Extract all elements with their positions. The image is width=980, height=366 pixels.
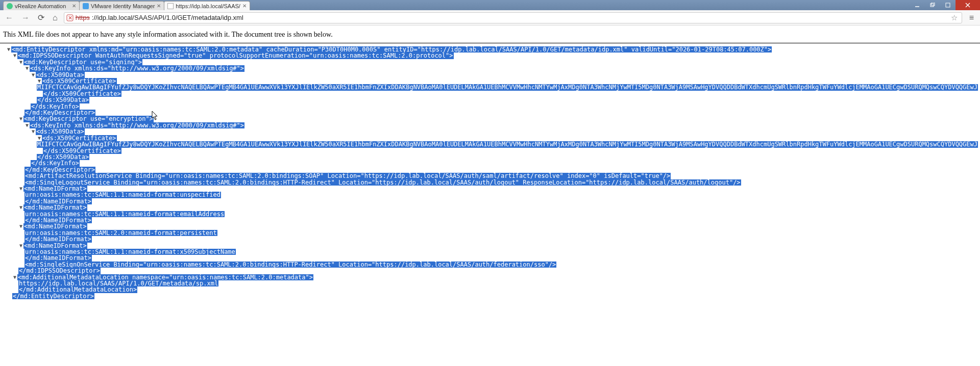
- xml-node[interactable]: <md:IDPSSODescriptor WantAuthnRequestsSi…: [17, 53, 454, 59]
- divider: [0, 43, 980, 43]
- svg-text:✕: ✕: [67, 15, 72, 21]
- window-titlebar: vRealize Automation ✕ VMware Identity Ma…: [0, 0, 980, 10]
- fold-toggle-icon[interactable]: ▼: [18, 243, 23, 249]
- svg-rect-2: [932, 3, 935, 6]
- reload-button[interactable]: ⟳: [36, 13, 46, 22]
- xml-node[interactable]: </md:AdditionalMetadataLocation>: [18, 286, 137, 293]
- fold-toggle-icon[interactable]: ▼: [6, 46, 11, 53]
- fold-toggle-icon[interactable]: ▼: [18, 223, 23, 229]
- svg-rect-3: [946, 3, 950, 7]
- window-maximize-button[interactable]: [940, 0, 955, 10]
- back-button[interactable]: ←: [3, 13, 15, 22]
- browser-tab-2[interactable]: VMware Identity Manager ✕: [79, 1, 164, 10]
- xml-text[interactable]: MIIFCTCCAvGgAwIBAgIFYufZJy8wDQYJKoZIhvcN…: [37, 141, 978, 147]
- xml-node[interactable]: </md:EntityDescriptor>: [12, 293, 94, 299]
- fold-toggle-icon[interactable]: ▼: [31, 128, 36, 135]
- xml-node[interactable]: </ds:X509Data>: [37, 97, 89, 103]
- window-controls: [910, 0, 980, 10]
- xml-text[interactable]: urn:oasis:names:tc:SAML:1.1:nameid-forma…: [24, 192, 221, 198]
- favicon-icon: [7, 3, 13, 9]
- insecure-warning-icon: ✕: [66, 14, 74, 21]
- banner-text: This XML file does not appear to have an…: [3, 31, 333, 38]
- fold-toggle-icon[interactable]: ▼: [12, 274, 17, 280]
- xml-source-view[interactable]: ▼<md:EntityDescriptor xmlns:md="urn:oasi…: [0, 46, 980, 299]
- xml-node[interactable]: <md:ArtifactResolutionService Binding="u…: [24, 173, 671, 179]
- xml-node[interactable]: <md:SingleLogoutService Binding="urn:oas…: [24, 179, 741, 186]
- xml-text[interactable]: MIIFCTCCAvGgAwIBAgIFYufZJy8wDQYJKoZIhvcN…: [37, 84, 978, 90]
- window-restore-button[interactable]: [925, 0, 940, 10]
- fold-toggle-icon[interactable]: ▼: [12, 53, 17, 59]
- favicon-icon: [83, 3, 89, 9]
- xml-node[interactable]: </md:NameIDFormat>: [24, 236, 92, 242]
- fold-toggle-icon[interactable]: ▼: [31, 72, 36, 78]
- window-minimize-button[interactable]: [910, 0, 925, 10]
- fold-toggle-icon[interactable]: ▼: [18, 204, 23, 211]
- tab-close-icon[interactable]: ✕: [157, 3, 161, 9]
- xml-node[interactable]: <ds:KeyInfo xmlns:ds="http://www.w3.org/…: [30, 65, 244, 71]
- fold-toggle-icon[interactable]: ▼: [18, 59, 23, 65]
- address-bar[interactable]: ✕ https://idp.lab.local/SAAS/API/1.0/GET…: [64, 12, 962, 23]
- xml-node[interactable]: </ds:KeyInfo>: [31, 160, 80, 166]
- fold-toggle-icon[interactable]: ▼: [18, 116, 23, 122]
- tab-title: VMware Identity Manager: [91, 3, 155, 9]
- xml-node[interactable]: <md:NameIDFormat>: [23, 223, 87, 229]
- xml-node[interactable]: <ds:X509Data>: [36, 128, 85, 135]
- browser-toolbar: ← → ⟳ ⌂ ✕ https://idp.lab.local/SAAS/API…: [0, 10, 980, 25]
- url-scheme-insecure: https: [76, 14, 90, 21]
- forward-button[interactable]: →: [19, 13, 32, 22]
- tab-close-icon[interactable]: ✕: [72, 3, 76, 9]
- browser-tab-3[interactable]: https://idp.lab.local/SAAS/ ✕: [164, 1, 250, 10]
- fold-toggle-icon[interactable]: ▼: [24, 122, 30, 128]
- tab-strip: vRealize Automation ✕ VMware Identity Ma…: [3, 1, 250, 10]
- url-text: ://idp.lab.local/SAAS/API/1.0/GET/metada…: [92, 14, 243, 21]
- browser-tab-1[interactable]: vRealize Automation ✕: [3, 1, 80, 10]
- xml-no-style-banner: This XML file does not appear to have an…: [0, 25, 980, 42]
- bookmark-star-icon[interactable]: ☆: [951, 13, 960, 22]
- chrome-menu-button[interactable]: ≡: [966, 13, 977, 22]
- window-close-button[interactable]: [955, 0, 980, 10]
- favicon-icon: [167, 3, 174, 9]
- fold-toggle-icon[interactable]: ▼: [24, 65, 30, 71]
- xml-node[interactable]: <md:SingleSignOnService Binding="urn:oas…: [24, 262, 556, 268]
- xml-node[interactable]: <md:KeyDescriptor use="encryption">: [23, 116, 154, 122]
- tab-title: https://idp.lab.local/SAAS/: [176, 3, 240, 9]
- xml-node[interactable]: </md:NameIDFormat>: [24, 255, 92, 261]
- xml-node[interactable]: </md:IDPSSODescriptor>: [18, 268, 101, 274]
- tab-title: vRealize Automation: [15, 3, 66, 9]
- fold-toggle-icon[interactable]: ▼: [18, 186, 23, 192]
- xml-node[interactable]: <md:NameIDFormat>: [23, 204, 87, 211]
- home-button[interactable]: ⌂: [51, 13, 60, 22]
- svg-rect-1: [930, 4, 934, 7]
- tab-close-icon[interactable]: ✕: [242, 3, 247, 9]
